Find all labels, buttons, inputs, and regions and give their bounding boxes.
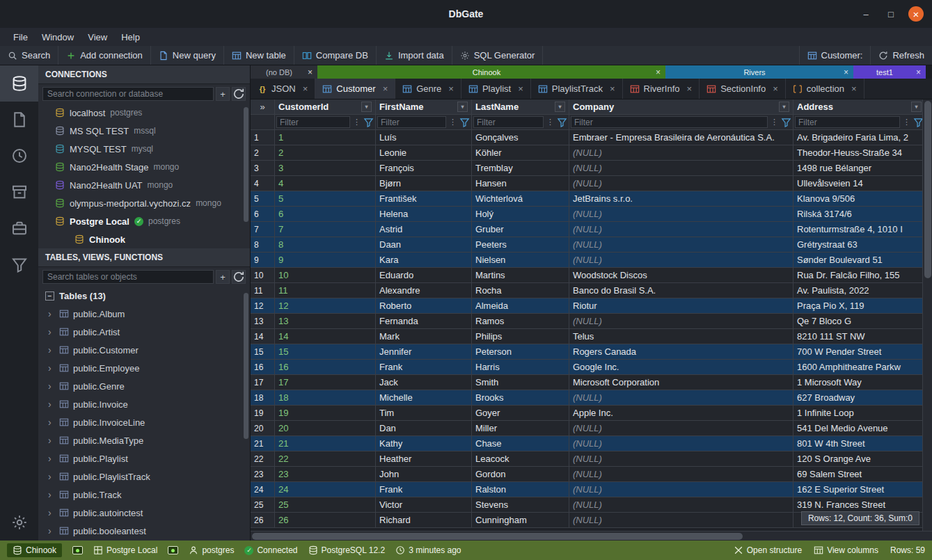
cell-lastname[interactable]: Peeters xyxy=(472,237,569,253)
compare-db-button[interactable]: Compare DB xyxy=(294,46,377,65)
cell-address[interactable]: 69 Salem Street xyxy=(793,467,922,482)
cell-company[interactable]: (NULL) xyxy=(569,467,793,482)
table-row[interactable]: 88DaanPeeters(NULL)Grétrystraat 63 xyxy=(251,237,922,253)
cell-address[interactable]: Sønder Boulevard 51 xyxy=(793,253,922,268)
table-row[interactable]: 1515JenniferPetersonRogers Canada700 W P… xyxy=(251,344,922,360)
kebab-icon[interactable]: ⋮ xyxy=(448,117,458,127)
connection-item-nano2health-stage[interactable]: Nano2Health Stagemongo xyxy=(38,158,250,176)
cell-firstname[interactable]: Jack xyxy=(376,375,472,390)
cell-company[interactable]: Apple Inc. xyxy=(569,406,793,421)
cell-firstname[interactable]: Mark xyxy=(376,329,472,344)
close-icon[interactable]: × xyxy=(610,83,615,94)
kebab-icon[interactable]: ⋮ xyxy=(352,117,362,127)
cell-lastname[interactable]: Miller xyxy=(472,421,569,436)
cell-customerid[interactable]: 11 xyxy=(275,283,376,298)
table-row[interactable]: 1616FrankHarrisGoogle Inc.1600 Amphithea… xyxy=(251,360,922,375)
import-data-button[interactable]: Import data xyxy=(377,46,452,65)
status-postgresql-12-2[interactable]: PostgreSQL 12.2 xyxy=(308,545,386,555)
cell-customerid[interactable]: 21 xyxy=(275,436,376,451)
close-icon[interactable]: × xyxy=(303,83,308,94)
column-menu-icon[interactable]: ▾ xyxy=(779,102,789,112)
filter-input-company[interactable] xyxy=(571,116,768,128)
refresh-button[interactable]: Refresh xyxy=(870,46,932,65)
cell-company[interactable]: (NULL) xyxy=(569,482,793,497)
cell-firstname[interactable]: Helena xyxy=(376,207,472,222)
table-row[interactable]: 66HelenaHolý(NULL)Rilská 3174/6 xyxy=(251,207,922,222)
cell-company[interactable]: (NULL) xyxy=(569,451,793,467)
cell-lastname[interactable]: Ralston xyxy=(472,482,569,497)
column-header-lastname[interactable]: LastName▾ xyxy=(472,99,569,115)
funnel-icon[interactable] xyxy=(557,117,567,127)
search-button[interactable]: Search xyxy=(0,46,58,65)
cell-firstname[interactable]: Bjørn xyxy=(376,176,472,191)
status-rows-59[interactable]: Rows: 59 xyxy=(890,545,925,555)
cell-customerid[interactable]: 9 xyxy=(275,253,376,268)
cell-company[interactable]: (NULL) xyxy=(569,161,793,176)
status-3-minutes-ago[interactable]: 3 minutes ago xyxy=(395,545,461,555)
cell-address[interactable]: 120 S Orange Ave xyxy=(793,451,922,467)
cell-customerid[interactable]: 1 xyxy=(275,130,376,145)
sql-generator-button[interactable]: SQL Generator xyxy=(452,46,544,65)
cell-company[interactable]: Embraer - Empresa Brasileira de Aeronáut… xyxy=(569,130,793,145)
cell-lastname[interactable]: Wichterlová xyxy=(472,191,569,207)
cell-company[interactable]: (NULL) xyxy=(569,513,793,528)
db-tab-no-db[interactable]: (no DB)× xyxy=(251,65,317,79)
table-row[interactable]: 2424FrankRalston(NULL)162 E Superior Str… xyxy=(251,482,922,497)
connection-item-nano2health-uat[interactable]: Nano2Health UATmongo xyxy=(38,176,250,194)
archive-nav-icon[interactable] xyxy=(0,174,38,210)
cell-address[interactable]: 8210 111 ST NW xyxy=(793,329,922,344)
cell-company[interactable]: (NULL) xyxy=(569,497,793,513)
cell-address[interactable]: Praça Pio X, 119 xyxy=(793,298,922,314)
table-row[interactable]: 55FrantišekWichterlováJetBrains s.r.o.Kl… xyxy=(251,191,922,207)
column-menu-icon[interactable]: ▾ xyxy=(911,102,922,112)
table-item-public-playlisttrack[interactable]: ›public.PlaylistTrack xyxy=(38,467,250,486)
grid-corner-expand[interactable]: » xyxy=(251,99,275,115)
table-row[interactable]: 1919TimGoyerApple Inc.1 Infinite Loop xyxy=(251,406,922,421)
cell-firstname[interactable]: Richard xyxy=(376,513,472,528)
cell-firstname[interactable]: Kara xyxy=(376,253,472,268)
cell-customerid[interactable]: 19 xyxy=(275,406,376,421)
cell-company[interactable]: Google Inc. xyxy=(569,360,793,375)
cell-lastname[interactable]: Hansen xyxy=(472,176,569,191)
table-item-public-employee[interactable]: ›public.Employee xyxy=(38,359,250,377)
cell-company[interactable]: (NULL) xyxy=(569,237,793,253)
table-item-public-genre[interactable]: ›public.Genre xyxy=(38,377,250,395)
close-icon[interactable]: × xyxy=(916,67,921,77)
cell-customerid[interactable]: 25 xyxy=(275,497,376,513)
table-row[interactable]: 2525VictorStevens(NULL)319 N. Frances St… xyxy=(251,497,922,513)
cell-lastname[interactable]: Gonçalves xyxy=(472,130,569,145)
table-row[interactable]: 1111AlexandreRochaBanco do Brasil S.A.Av… xyxy=(251,283,922,298)
cell-company[interactable]: (NULL) xyxy=(569,207,793,222)
connection-item-ms-sql-test[interactable]: MS SQL TESTmssql xyxy=(38,122,250,140)
cell-address[interactable]: Klanova 9/506 xyxy=(793,191,922,207)
cell-company[interactable]: (NULL) xyxy=(569,390,793,406)
funnel-icon[interactable] xyxy=(913,117,922,127)
close-icon[interactable]: × xyxy=(687,83,693,94)
cell-address[interactable]: Theodor-Heuss-Straße 34 xyxy=(793,145,922,161)
cell-address[interactable]: 541 Del Medio Avenue xyxy=(793,421,922,436)
tab-json[interactable]: {}JSON× xyxy=(251,79,315,99)
table-item-public-invoice[interactable]: ›public.Invoice xyxy=(38,395,250,413)
cell-address[interactable]: Ullevålsveien 14 xyxy=(793,176,922,191)
tab-genre[interactable]: Genre× xyxy=(395,79,461,99)
new-table-button[interactable]: New table xyxy=(224,46,294,65)
close-icon[interactable]: × xyxy=(383,83,388,94)
cell-company[interactable]: (NULL) xyxy=(569,253,793,268)
cell-customerid[interactable]: 24 xyxy=(275,482,376,497)
table-row[interactable]: 1818MichelleBrooks(NULL)627 Broadway xyxy=(251,390,922,406)
cell-customerid[interactable]: 26 xyxy=(275,513,376,528)
tab-playlisttrack[interactable]: PlaylistTrack× xyxy=(531,79,623,99)
cell-firstname[interactable]: Alexandre xyxy=(376,283,472,298)
close-icon[interactable]: × xyxy=(851,83,857,94)
cell-customerid[interactable]: 20 xyxy=(275,421,376,436)
cell-lastname[interactable]: Goyer xyxy=(472,406,569,421)
status-monitor-icon[interactable] xyxy=(168,546,178,554)
cell-customerid[interactable]: 15 xyxy=(275,344,376,360)
db-tab-test1[interactable]: test1× xyxy=(853,65,926,79)
cell-firstname[interactable]: Fernanda xyxy=(376,314,472,329)
cell-company[interactable]: (NULL) xyxy=(569,222,793,237)
settings-gear-icon[interactable] xyxy=(0,504,38,541)
status-postgres[interactable]: postgres xyxy=(189,545,234,555)
close-icon[interactable]: × xyxy=(518,83,523,94)
status-monitor-icon[interactable] xyxy=(72,546,83,554)
